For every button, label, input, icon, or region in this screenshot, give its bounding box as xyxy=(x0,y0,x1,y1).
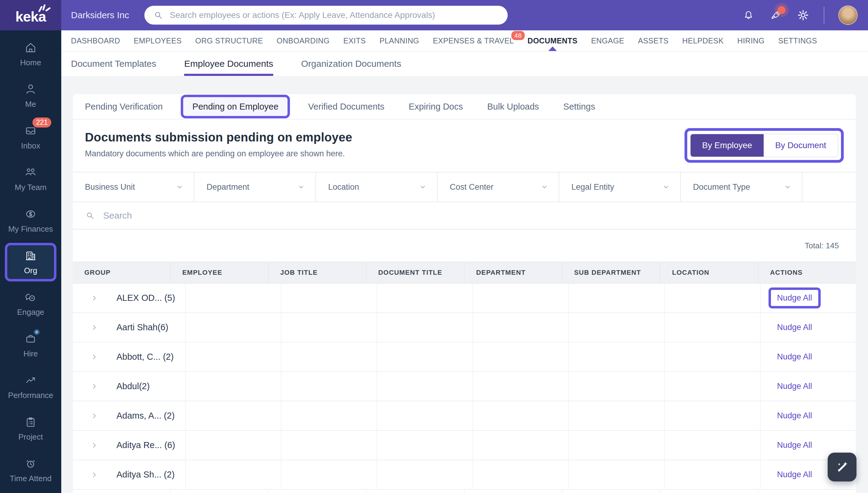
sidebar-item-body: Home xyxy=(0,39,61,69)
nav-item-planning[interactable]: PLANNING xyxy=(380,30,419,51)
nudge-all-link[interactable]: Nudge All xyxy=(777,470,812,479)
filter-document-type[interactable]: Document Type xyxy=(681,172,802,201)
sidebar-item-engage[interactable]: Engage xyxy=(0,283,61,324)
tab-pending-on-employee[interactable]: Pending on Employee xyxy=(192,102,278,112)
search-icon xyxy=(85,210,95,221)
nav-item-exits[interactable]: EXITS xyxy=(343,30,366,51)
group-name: Aarti Shah(6) xyxy=(116,322,168,333)
nav-item-label: EXPENSES & TRAVEL xyxy=(433,37,514,45)
settings-gear-icon[interactable] xyxy=(796,8,810,22)
empty-cell xyxy=(473,401,569,430)
subnav-item-document-templates[interactable]: Document Templates xyxy=(71,51,156,76)
group-name: Adams, A... (2) xyxy=(116,411,175,421)
nav-item-onboarding[interactable]: ONBOARDING xyxy=(277,30,330,51)
sidebar-item-inbox[interactable]: 221Inbox xyxy=(0,116,61,158)
toggle-by-document[interactable]: By Document xyxy=(764,134,838,157)
empty-cell xyxy=(186,342,281,371)
empty-cell xyxy=(563,490,661,493)
filter-legal-entity[interactable]: Legal Entity xyxy=(559,172,681,201)
nav-item-assets[interactable]: ASSETS xyxy=(638,30,668,51)
nav-item-engage[interactable]: ENGAGE xyxy=(591,30,624,51)
sidebar-item-label: My Finances xyxy=(8,224,53,234)
nav-item-expenses-travel[interactable]: EXPENSES & TRAVEL48 xyxy=(433,30,514,51)
filter-label: Legal Entity xyxy=(571,183,614,192)
notifications-bell-icon[interactable] xyxy=(742,8,755,22)
empty-cell xyxy=(281,431,377,459)
nudge-all-link[interactable]: Nudge All xyxy=(777,382,812,391)
subnav-item-employee-documents[interactable]: Employee Documents xyxy=(184,51,273,76)
empty-cell xyxy=(569,283,665,313)
keka-logo[interactable]: keka xyxy=(0,0,61,30)
list-search[interactable] xyxy=(73,202,856,230)
group-cell: Abdul(2) xyxy=(73,372,186,401)
sidebar-item-time-attend[interactable]: Time Attend xyxy=(0,449,61,491)
chevron-right-icon[interactable] xyxy=(90,352,99,362)
nav-item-dashboard[interactable]: DASHBOARD xyxy=(71,30,120,51)
search-icon xyxy=(153,10,164,21)
chevron-right-icon[interactable] xyxy=(90,441,99,450)
page-subtitle: Mandatory documents which are pending on… xyxy=(85,149,352,158)
chevron-right-icon[interactable] xyxy=(90,294,99,303)
empty-cell xyxy=(665,460,761,489)
filter-business-unit[interactable]: Business Unit xyxy=(73,172,195,201)
tab-verified-documents[interactable]: Verified Documents xyxy=(308,102,384,112)
column-header-department: DEPARTMENT xyxy=(465,262,563,283)
subnav-item-label: Document Templates xyxy=(71,59,156,69)
subnav-item-organization-documents[interactable]: Organization Documents xyxy=(301,51,401,76)
nav-item-label: EXITS xyxy=(343,37,366,45)
nav-item-hiring[interactable]: HIRING xyxy=(737,30,764,51)
filter-department[interactable]: Department xyxy=(195,172,316,201)
whats-new-rocket-icon[interactable] xyxy=(769,8,782,22)
nav-item-documents[interactable]: DOCUMENTS xyxy=(527,30,577,51)
global-search[interactable] xyxy=(144,6,508,25)
empty-cell xyxy=(281,372,377,401)
nav-item-employees[interactable]: EMPLOYEES xyxy=(134,30,182,51)
sidebar-item-performance[interactable]: Performance xyxy=(0,366,61,408)
group-cell: Aditya Re... (6) xyxy=(73,431,186,459)
empty-cell xyxy=(665,431,761,459)
sidebar-item-me[interactable]: Me xyxy=(0,75,61,116)
nav-item-label: DOCUMENTS xyxy=(527,37,577,45)
chevron-right-icon[interactable] xyxy=(90,470,99,479)
tab-settings[interactable]: Settings xyxy=(563,102,595,112)
tab-expiring-docs[interactable]: Expiring Docs xyxy=(409,102,463,112)
empty-cell xyxy=(569,342,665,371)
sidebar-item-label: Org xyxy=(24,266,37,275)
nudge-all-link[interactable]: Nudge All xyxy=(777,293,812,303)
sidebar-item-my-finances[interactable]: My Finances xyxy=(0,200,61,241)
sidebar-item-home[interactable]: Home xyxy=(0,34,61,75)
sidebar-item-org[interactable]: Org xyxy=(0,241,61,283)
nav-item-org-structure[interactable]: ORG STRUCTURE xyxy=(195,30,263,51)
list-search-input[interactable] xyxy=(103,210,844,221)
org-icon xyxy=(24,249,37,262)
ai-assistant-button[interactable] xyxy=(828,453,856,481)
sidebar-item-hire[interactable]: Hire xyxy=(0,324,61,366)
column-header-job-title: JOB TITLE xyxy=(269,262,367,283)
empty-cell xyxy=(73,490,171,493)
group-name: ALEX OD... (5) xyxy=(116,293,175,303)
filter-label: Document Type xyxy=(693,183,750,192)
nudge-all-link[interactable]: Nudge All xyxy=(777,323,812,332)
tab-bulk-uploads[interactable]: Bulk Uploads xyxy=(487,102,539,112)
chevron-right-icon[interactable] xyxy=(90,382,99,391)
chevron-right-icon[interactable] xyxy=(90,323,99,332)
nav-item-helpdesk[interactable]: HELPDESK xyxy=(682,30,724,51)
nav-item-label: PLANNING xyxy=(380,37,419,45)
nudge-all-link[interactable]: Nudge All xyxy=(777,441,812,450)
empty-cell xyxy=(465,490,563,493)
nudge-all-link[interactable]: Nudge All xyxy=(777,352,812,362)
user-avatar[interactable] xyxy=(838,5,858,25)
column-header-sub-department: SUB DEPARTMENT xyxy=(563,262,661,283)
filter-location[interactable]: Location xyxy=(316,172,438,201)
sidebar-item-project[interactable]: Project xyxy=(0,408,61,449)
nav-item-settings[interactable]: SETTINGS xyxy=(778,30,817,51)
toggle-by-employee[interactable]: By Employee xyxy=(691,134,764,157)
nudge-all-link[interactable]: Nudge All xyxy=(777,411,812,421)
chevron-right-icon[interactable] xyxy=(90,411,99,421)
nav-item-label: ORG STRUCTURE xyxy=(195,37,263,45)
finances-icon xyxy=(24,207,37,221)
filter-cost-center[interactable]: Cost Center xyxy=(438,172,559,201)
tab-pending-verification[interactable]: Pending Verification xyxy=(85,102,163,112)
sidebar-item-my-team[interactable]: My Team xyxy=(0,158,61,200)
global-search-input[interactable] xyxy=(170,10,499,20)
